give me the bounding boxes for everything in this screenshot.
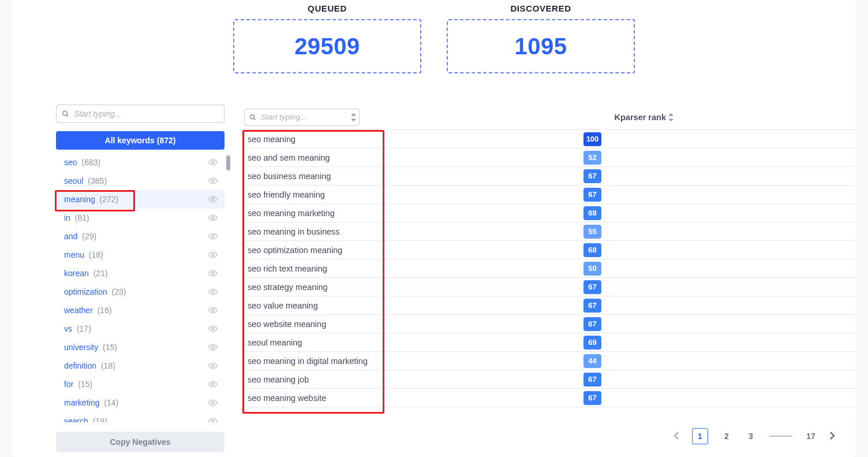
sidebar-scrollbar[interactable] (226, 155, 230, 170)
pagination-page-last[interactable]: 17 (805, 432, 817, 441)
table-row[interactable]: seo meaning website67 (244, 389, 856, 407)
table-row[interactable]: seo meaning job67 (244, 370, 856, 389)
eye-icon[interactable] (208, 213, 218, 222)
table-search-input[interactable] (244, 109, 360, 126)
sidebar-item-label: vs (64, 324, 72, 333)
sidebar-search[interactable] (56, 105, 225, 123)
sidebar-item-seoul[interactable]: seoul (385) (56, 172, 225, 190)
sidebar-item-label: search (64, 417, 88, 422)
sidebar-item-count: (17) (77, 324, 91, 333)
kparser-rank-header[interactable]: Kparser rank (615, 113, 856, 122)
table-row[interactable]: seo meaning marketing68 (244, 204, 856, 222)
keyword-text: seo website meaning (248, 319, 583, 329)
eye-icon[interactable] (208, 158, 218, 167)
sidebar-item-label: university (64, 343, 98, 352)
queued-value: 29509 (294, 34, 360, 60)
table-row[interactable]: seo website meaning67 (244, 315, 856, 333)
rank-badge: 67 (583, 188, 601, 202)
rank-badge: 68 (583, 243, 601, 257)
eye-icon[interactable] (208, 417, 218, 422)
sidebar-item-in[interactable]: in (81) (56, 209, 225, 227)
svg-marker-21 (668, 113, 674, 116)
table-row[interactable]: seo meaning in business55 (244, 222, 856, 241)
keyword-results-table: seo meaning100seo and sem meaning52seo b… (244, 130, 856, 407)
sidebar-item-for[interactable]: for (15) (56, 375, 225, 393)
sidebar-item-optimization[interactable]: optimization (23) (56, 283, 225, 301)
rank-badge: 55 (583, 225, 601, 239)
sidebar-item-label: seo (64, 158, 77, 167)
svg-point-13 (212, 365, 214, 367)
pagination-next[interactable] (829, 431, 835, 442)
svg-point-8 (212, 272, 214, 274)
table-row[interactable]: seo and sem meaning52 (244, 148, 856, 167)
eye-icon[interactable] (208, 324, 218, 333)
sidebar-item-label: in (64, 213, 70, 222)
table-row[interactable]: seo optimization meaning68 (244, 241, 856, 259)
sidebar-item-label: weather (64, 306, 93, 315)
eye-icon[interactable] (208, 195, 218, 204)
sidebar-item-count: (18) (89, 250, 103, 259)
keyword-text: seo meaning (248, 135, 583, 144)
eye-icon[interactable] (208, 176, 218, 185)
table-search[interactable] (244, 109, 360, 126)
sidebar-item-university[interactable]: university (15) (56, 338, 225, 356)
keyword-text: seo and sem meaning (248, 153, 583, 162)
eye-icon[interactable] (208, 398, 218, 407)
sidebar-item-korean[interactable]: korean (21) (56, 264, 225, 283)
table-row[interactable]: seo meaning100 (244, 130, 856, 148)
table-row[interactable]: seo strategy meaning67 (244, 278, 856, 296)
sidebar-item-seo[interactable]: seo (683) (56, 153, 225, 172)
sidebar-item-label: korean (64, 269, 89, 278)
search-icon (249, 114, 256, 121)
table-row[interactable]: seo business meaning67 (244, 167, 856, 185)
pagination-page-1[interactable]: 1 (692, 428, 708, 444)
eye-icon[interactable] (208, 306, 218, 315)
sidebar-item-marketing[interactable]: marketing (14) (56, 393, 225, 412)
pagination-ellipsis (769, 436, 792, 437)
table-row[interactable]: seo friendly meaning67 (244, 185, 856, 204)
sidebar-item-definition[interactable]: definition (18) (56, 356, 225, 375)
svg-point-12 (212, 346, 214, 348)
eye-icon[interactable] (208, 343, 218, 352)
sidebar-item-meaning[interactable]: meaning (272) (56, 190, 225, 209)
sidebar-search-input[interactable] (56, 105, 225, 123)
pagination-page-2[interactable]: 2 (721, 432, 732, 441)
rank-badge: 67 (583, 317, 601, 331)
copy-negatives-button[interactable]: Copy Negatives (56, 432, 225, 452)
sidebar-item-count: (19) (93, 417, 107, 422)
sidebar-item-count: (23) (112, 287, 126, 296)
sidebar-item-count: (14) (104, 398, 118, 407)
table-row[interactable]: seo rich text meaning50 (244, 259, 856, 278)
sidebar-item-and[interactable]: and (29) (56, 227, 225, 246)
sidebar-item-count: (272) (100, 195, 119, 204)
sidebar-item-label: for (64, 380, 73, 389)
eye-icon[interactable] (208, 287, 218, 296)
table-row[interactable]: seoul meaning69 (244, 333, 856, 352)
all-keywords-button[interactable]: All keywords (872) (56, 131, 225, 150)
svg-point-3 (212, 180, 214, 182)
keyword-text: seo friendly meaning (248, 190, 583, 199)
sidebar-item-weather[interactable]: weather (16) (56, 301, 225, 319)
table-row[interactable]: seo value meaning67 (244, 296, 856, 315)
all-keywords-label: All keywords (872) (105, 136, 176, 145)
sidebar-keyword-list: seo (683)seoul (385)meaning (272)in (81)… (56, 153, 225, 422)
pagination-page-3[interactable]: 3 (745, 432, 757, 441)
sidebar-item-menu[interactable]: menu (18) (56, 246, 225, 264)
sidebar-item-search[interactable]: search (19) (56, 412, 225, 422)
table-row[interactable]: seo meaning in digital marketing44 (244, 352, 856, 370)
svg-point-10 (212, 309, 214, 311)
svg-point-14 (212, 383, 214, 385)
eye-icon[interactable] (208, 250, 218, 259)
svg-point-16 (212, 420, 214, 422)
svg-point-5 (212, 217, 214, 219)
pagination-prev[interactable] (674, 431, 679, 442)
eye-icon[interactable] (208, 380, 218, 389)
sidebar-item-count: (16) (98, 306, 112, 315)
eye-icon[interactable] (208, 361, 218, 370)
keyword-text: seo strategy meaning (248, 283, 583, 292)
queued-label: QUEUED (233, 3, 421, 13)
rank-badge: 67 (583, 373, 601, 387)
sidebar-item-vs[interactable]: vs (17) (56, 319, 225, 338)
eye-icon[interactable] (208, 232, 218, 241)
eye-icon[interactable] (208, 269, 218, 278)
